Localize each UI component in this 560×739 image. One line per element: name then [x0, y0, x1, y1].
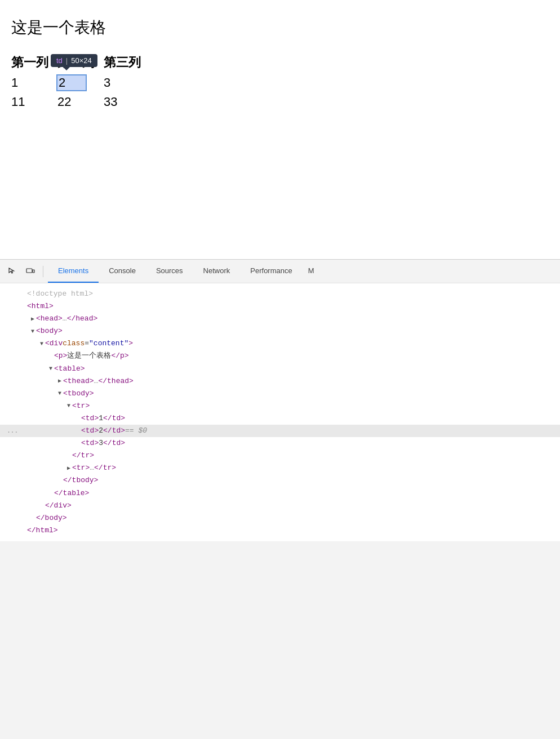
dom-tag: <thead>: [63, 375, 94, 388]
dom-line[interactable]: <td>1</td>: [0, 412, 560, 425]
tab-network[interactable]: Network: [193, 260, 241, 283]
dom-tag: <p>: [54, 350, 67, 362]
dom-equals-zero: == $0: [125, 425, 147, 437]
dom-tag: <body>: [36, 325, 63, 337]
dom-text: 1: [99, 412, 103, 425]
dom-tag: >: [128, 337, 133, 350]
table-row: 1 td | 50×24 2 3: [11, 73, 150, 92]
tooltip-wrapper: td | 50×24 2: [57, 75, 86, 90]
devtools-body: <!doctype html><html>▶<head>…</head>▼<bo…: [0, 283, 560, 541]
inspect-button[interactable]: [5, 264, 20, 279]
dom-tag: </p>: [111, 350, 128, 362]
dom-tag: <td>: [81, 412, 99, 425]
dom-tag: </td>: [103, 437, 125, 449]
cell-2-1: 11: [11, 92, 57, 112]
dom-line[interactable]: ▼<tr>: [0, 400, 560, 412]
dom-tag: <tr>: [72, 462, 90, 474]
page-content: 这是一个表格 第一列 第二列 第三列 1 td |: [0, 0, 560, 259]
dom-tag: <html>: [27, 300, 54, 313]
dom-tag: <div: [45, 337, 63, 350]
dom-line[interactable]: ▶<tr>…</tr>: [0, 462, 560, 474]
dom-line[interactable]: </div>: [0, 500, 560, 512]
dom-tag: </td>: [103, 412, 125, 425]
dom-line[interactable]: <p>这是一个表格</p>: [0, 350, 560, 362]
cell-1-3: 3: [104, 73, 150, 92]
tab-console[interactable]: Console: [99, 260, 146, 283]
dom-triangle[interactable]: ▼: [47, 364, 54, 373]
dom-line[interactable]: </body>: [0, 512, 560, 524]
demo-table: 第一列 第二列 第三列 1 td | 50×24: [11, 52, 150, 112]
dom-tag: </table>: [54, 487, 89, 500]
dom-tag: </td>: [103, 425, 125, 437]
dom-line[interactable]: ▶<head>…</head>: [0, 313, 560, 325]
dom-line[interactable]: </html>: [0, 524, 560, 537]
dom-comment: <!doctype html>: [27, 288, 93, 300]
dom-text: 2: [99, 425, 103, 437]
dom-line[interactable]: ▶<thead>…</thead>: [0, 375, 560, 388]
dom-tag: </tbody>: [63, 474, 98, 487]
dom-tag: <table>: [54, 363, 85, 375]
cell-2-3: 33: [104, 92, 150, 112]
dom-triangle[interactable]: ▼: [65, 401, 72, 411]
cell-1-2[interactable]: td | 50×24 2: [57, 73, 104, 92]
dom-tag: <head>: [36, 313, 63, 325]
col-header-2: 第二列: [57, 52, 104, 73]
dom-line[interactable]: ▼<div class="content">: [0, 337, 560, 350]
dom-text: =: [85, 337, 89, 350]
svg-rect-0: [26, 269, 32, 273]
dom-text: 3: [99, 437, 103, 449]
devtools-tabs: Elements Console Sources Network Perform…: [48, 260, 320, 283]
dom-tag: <tbody>: [63, 388, 94, 400]
dom-line[interactable]: <td>3</td>: [0, 437, 560, 449]
page-title: 这是一个表格: [11, 17, 549, 38]
dom-tag: </html>: [27, 524, 58, 537]
dom-line[interactable]: <html>: [0, 300, 560, 313]
dom-line[interactable]: <!doctype html>: [0, 288, 560, 300]
dom-line[interactable]: ▼<table>: [0, 363, 560, 375]
dom-line[interactable]: ▼<body>: [0, 325, 560, 337]
dom-attr-value: "content": [89, 337, 128, 350]
devtools-toolbar: Elements Console Sources Network Perform…: [0, 260, 560, 283]
dom-tag: </thead>: [98, 375, 133, 388]
dom-dots: …: [63, 313, 67, 325]
tab-elements[interactable]: Elements: [48, 260, 99, 283]
dom-line[interactable]: </tr>: [0, 449, 560, 462]
svg-rect-1: [33, 270, 34, 273]
dom-triangle[interactable]: ▶: [29, 314, 36, 324]
tab-performance[interactable]: Performance: [240, 260, 302, 283]
dom-tag: <tr>: [72, 400, 90, 412]
col-header-3: 第三列: [104, 52, 150, 73]
table-row: 11 22 33: [11, 92, 150, 112]
device-toggle-button[interactable]: [23, 264, 38, 279]
dom-line-dot: ...: [5, 426, 18, 437]
dom-line[interactable]: ...<td>2</td> == $0: [0, 425, 560, 437]
cell-1-1: 1: [11, 73, 57, 92]
dom-triangle[interactable]: ▼: [38, 339, 45, 349]
toolbar-separator: [43, 266, 43, 277]
dom-tag: </tr>: [94, 462, 116, 474]
tab-more[interactable]: M: [303, 260, 320, 283]
dom-tag: <td>: [81, 425, 99, 437]
dom-line[interactable]: </tbody>: [0, 474, 560, 487]
tab-sources[interactable]: Sources: [146, 260, 193, 283]
col-header-1: 第一列: [11, 52, 57, 73]
dom-line[interactable]: </table>: [0, 487, 560, 500]
dom-dots: …: [94, 375, 99, 388]
dom-tag: <td>: [81, 437, 99, 449]
page-wrapper: 这是一个表格 第一列 第二列 第三列 1 td |: [0, 0, 560, 739]
dom-line[interactable]: ▼<tbody>: [0, 388, 560, 400]
dom-tag: </div>: [45, 500, 72, 512]
dom-text: 这是一个表格: [67, 350, 111, 362]
devtools-panel: Elements Console Sources Network Perform…: [0, 259, 560, 739]
dom-tag: </head>: [67, 313, 98, 325]
dom-triangle[interactable]: ▶: [65, 464, 72, 473]
dom-triangle[interactable]: ▼: [56, 389, 63, 398]
table-header-row: 第一列 第二列 第三列: [11, 52, 150, 73]
dom-triangle[interactable]: ▶: [56, 376, 63, 386]
cell-2-2: 22: [57, 92, 104, 112]
highlighted-cell: 2: [57, 75, 86, 90]
dom-triangle[interactable]: ▼: [29, 327, 36, 336]
dom-attr-name: class: [63, 337, 85, 350]
dom-tag: </body>: [36, 512, 67, 524]
dom-dots: …: [90, 462, 94, 474]
